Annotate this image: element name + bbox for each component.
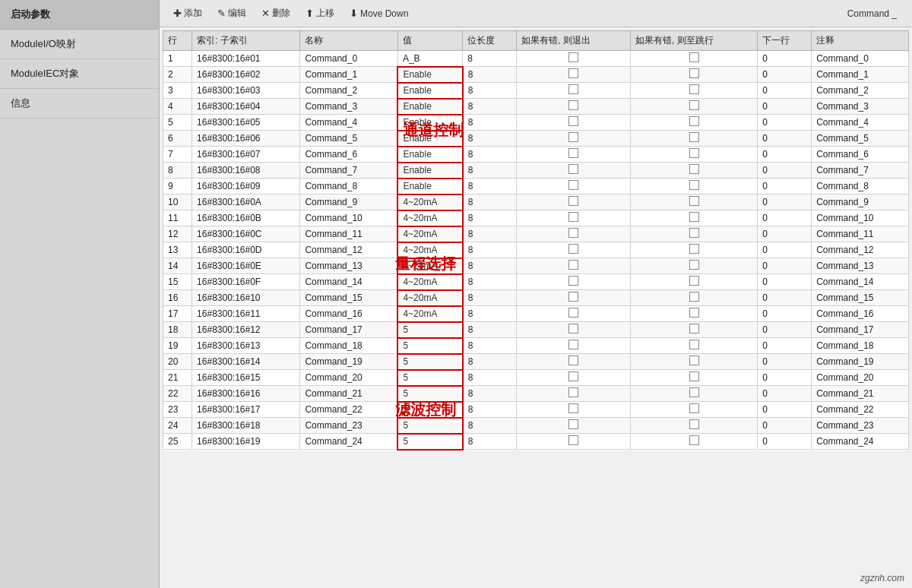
cell-err-jump[interactable]: [631, 99, 758, 115]
checkbox-err-jump[interactable]: [689, 419, 699, 429]
checkbox-err-exit[interactable]: [568, 116, 578, 126]
cell-value[interactable]: Enable: [397, 179, 462, 194]
cell-value[interactable]: 4~20mA: [397, 306, 462, 322]
checkbox-err-exit[interactable]: [568, 403, 578, 413]
table-row[interactable]: 416#8300:16#04Command_3Enable80Command_3: [163, 99, 909, 115]
table-row[interactable]: 2016#8300:16#14Command_19580Command_19: [163, 354, 909, 370]
cell-err-jump[interactable]: [631, 402, 758, 418]
checkbox-err-exit[interactable]: [568, 52, 578, 62]
checkbox-err-jump[interactable]: [689, 244, 699, 254]
cell-value[interactable]: 4~20mA: [397, 226, 462, 242]
delete-button[interactable]: ✕ 删除: [255, 5, 296, 22]
checkbox-err-jump[interactable]: [689, 212, 699, 222]
checkbox-err-jump[interactable]: [689, 100, 699, 110]
checkbox-err-jump[interactable]: [689, 292, 699, 302]
checkbox-err-exit[interactable]: [568, 132, 578, 142]
checkbox-err-jump[interactable]: [689, 324, 699, 334]
table-row[interactable]: 216#8300:16#02Command_1Enable80Command_1: [163, 67, 909, 83]
cell-err-exit[interactable]: [517, 210, 631, 226]
cell-err-jump[interactable]: [631, 115, 758, 131]
table-row[interactable]: 1616#8300:16#10Command_154~20mA80Command…: [163, 290, 909, 306]
checkbox-err-exit[interactable]: [568, 212, 578, 222]
cell-err-jump[interactable]: [631, 67, 758, 83]
cell-err-jump[interactable]: [631, 338, 758, 354]
cell-err-jump[interactable]: [631, 194, 758, 210]
sidebar-item-info[interactable]: 信息: [0, 89, 159, 119]
table-row[interactable]: 1216#8300:16#0CCommand_114~20mA80Command…: [163, 226, 909, 242]
cell-err-exit[interactable]: [517, 179, 631, 194]
cell-err-exit[interactable]: [517, 99, 631, 115]
cell-err-exit[interactable]: [517, 434, 631, 450]
checkbox-err-exit[interactable]: [568, 164, 578, 174]
add-button[interactable]: ✚ 添加: [167, 5, 208, 22]
checkbox-err-jump[interactable]: [689, 164, 699, 174]
checkbox-err-jump[interactable]: [689, 340, 699, 349]
cell-err-exit[interactable]: [517, 67, 631, 83]
table-row[interactable]: 2116#8300:16#15Command_20580Command_20: [163, 370, 909, 386]
cell-err-jump[interactable]: [631, 51, 758, 67]
cell-err-jump[interactable]: [631, 179, 758, 194]
checkbox-err-exit[interactable]: [568, 387, 578, 397]
checkbox-err-jump[interactable]: [689, 308, 699, 318]
checkbox-err-exit[interactable]: [568, 356, 578, 365]
checkbox-err-jump[interactable]: [689, 371, 699, 381]
checkbox-err-exit[interactable]: [568, 180, 578, 190]
table-row[interactable]: 1816#8300:16#12Command_17580Command_17: [163, 322, 909, 338]
cell-value[interactable]: 4~20mA: [397, 274, 462, 290]
cell-value[interactable]: 5: [397, 338, 462, 354]
table-row[interactable]: 816#8300:16#08Command_7Enable80Command_7: [163, 163, 909, 179]
checkbox-err-exit[interactable]: [568, 308, 578, 318]
cell-err-jump[interactable]: [631, 147, 758, 163]
table-row[interactable]: 2216#8300:16#16Command_21580Command_21: [163, 386, 909, 402]
cell-err-exit[interactable]: [517, 322, 631, 338]
table-row[interactable]: 2416#8300:16#18Command_23580Command_23: [163, 418, 909, 434]
cell-value[interactable]: 4~20mA: [397, 210, 462, 226]
cell-err-exit[interactable]: [517, 354, 631, 370]
cell-err-jump[interactable]: [631, 370, 758, 386]
cell-err-exit[interactable]: [517, 83, 631, 99]
checkbox-err-exit[interactable]: [568, 148, 578, 158]
checkbox-err-jump[interactable]: [689, 435, 699, 445]
table-row[interactable]: 1116#8300:16#0BCommand_104~20mA80Command…: [163, 210, 909, 226]
checkbox-err-exit[interactable]: [568, 260, 578, 270]
cell-err-jump[interactable]: [631, 226, 758, 242]
cell-err-exit[interactable]: [517, 418, 631, 434]
cell-err-jump[interactable]: [631, 131, 758, 147]
cell-err-jump[interactable]: [631, 258, 758, 274]
checkbox-err-jump[interactable]: [689, 180, 699, 190]
cell-value[interactable]: Enable: [397, 163, 462, 179]
checkbox-err-jump[interactable]: [689, 228, 699, 238]
cell-err-jump[interactable]: [631, 290, 758, 306]
cell-err-exit[interactable]: [517, 274, 631, 290]
table-row[interactable]: 616#8300:16#06Command_5Enable80Command_5: [163, 131, 909, 147]
table-row[interactable]: 116#8300:16#01Command_0A_B80Command_0: [163, 51, 909, 67]
cell-value[interactable]: Enable: [397, 115, 462, 131]
cell-value[interactable]: 5: [397, 322, 462, 338]
table-row[interactable]: 1316#8300:16#0DCommand_124~20mA80Command…: [163, 242, 909, 258]
cell-err-jump[interactable]: [631, 242, 758, 258]
checkbox-err-exit[interactable]: [568, 244, 578, 254]
sidebar-item-startup[interactable]: 启动参数: [0, 0, 159, 30]
move-down-button[interactable]: ⬇ Move Down: [344, 5, 414, 21]
table-row[interactable]: 2516#8300:16#19Command_24580Command_24: [163, 434, 909, 450]
table-row[interactable]: 1016#8300:16#0ACommand_94~20mA80Command_…: [163, 194, 909, 210]
cell-value[interactable]: Enable: [397, 99, 462, 115]
cell-err-jump[interactable]: [631, 83, 758, 99]
cell-err-exit[interactable]: [517, 115, 631, 131]
cell-err-exit[interactable]: [517, 51, 631, 67]
checkbox-err-exit[interactable]: [568, 419, 578, 429]
cell-value[interactable]: Enable: [397, 83, 462, 99]
cell-err-exit[interactable]: [517, 402, 631, 418]
sidebar-item-module-iec[interactable]: ModuleIEC对象: [0, 59, 159, 89]
table-row[interactable]: 716#8300:16#07Command_6Enable80Command_6: [163, 147, 909, 163]
checkbox-err-jump[interactable]: [689, 148, 699, 158]
cell-value[interactable]: 5: [397, 370, 462, 386]
cell-err-exit[interactable]: [517, 242, 631, 258]
checkbox-err-exit[interactable]: [568, 371, 578, 381]
cell-value[interactable]: 5: [397, 418, 462, 434]
edit-button[interactable]: ✎ 编辑: [211, 5, 252, 22]
cell-err-jump[interactable]: [631, 386, 758, 402]
cell-value[interactable]: 5: [397, 386, 462, 402]
checkbox-err-jump[interactable]: [689, 132, 699, 142]
cell-err-exit[interactable]: [517, 290, 631, 306]
